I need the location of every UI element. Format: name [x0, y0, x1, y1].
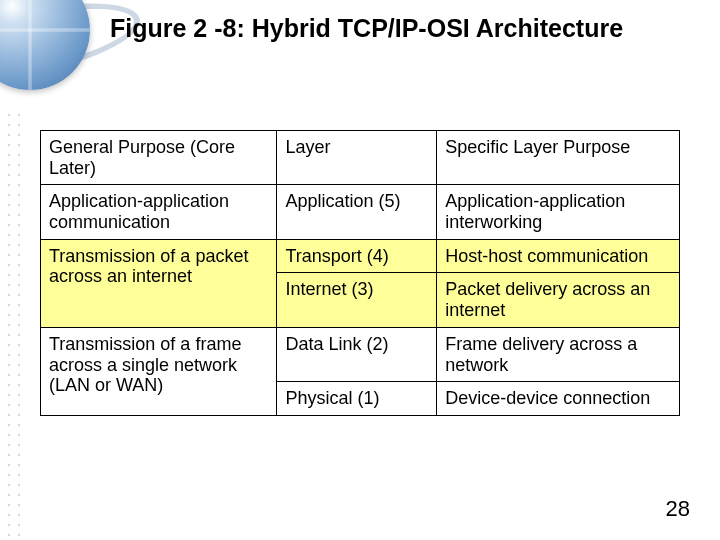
- cell-datalink-specific: Frame delivery across a network: [437, 327, 680, 381]
- cell-physical-layer: Physical (1): [277, 382, 437, 416]
- cell-app-general: Application-application communication: [41, 185, 277, 239]
- cell-datalink-layer: Data Link (2): [277, 327, 437, 381]
- cell-physical-specific: Device-device connection: [437, 382, 680, 416]
- architecture-table-wrap: General Purpose (Core Later) Layer Speci…: [40, 130, 680, 416]
- table-row: Transmission of a frame across a single …: [41, 327, 680, 381]
- cell-transport-layer: Transport (4): [277, 239, 437, 273]
- cell-transport-specific: Host-host communication: [437, 239, 680, 273]
- cell-packet-general: Transmission of a packet across an inter…: [41, 239, 277, 327]
- dot-pattern-deco: [0, 110, 20, 540]
- figure-title: Figure 2 -8: Hybrid TCP/IP-OSI Architect…: [110, 14, 700, 43]
- header-specific-purpose: Specific Layer Purpose: [437, 131, 680, 185]
- table-row: Application-application communication Ap…: [41, 185, 680, 239]
- page-number: 28: [666, 496, 690, 522]
- table-row: Transmission of a packet across an inter…: [41, 239, 680, 273]
- header-general-purpose: General Purpose (Core Later): [41, 131, 277, 185]
- cell-internet-layer: Internet (3): [277, 273, 437, 327]
- architecture-table: General Purpose (Core Later) Layer Speci…: [40, 130, 680, 416]
- cell-internet-specific: Packet delivery across an internet: [437, 273, 680, 327]
- globe-icon: [0, 0, 90, 90]
- cell-app-specific: Application-application interworking: [437, 185, 680, 239]
- table-header-row: General Purpose (Core Later) Layer Speci…: [41, 131, 680, 185]
- cell-app-layer: Application (5): [277, 185, 437, 239]
- cell-frame-general: Transmission of a frame across a single …: [41, 327, 277, 415]
- header-layer: Layer: [277, 131, 437, 185]
